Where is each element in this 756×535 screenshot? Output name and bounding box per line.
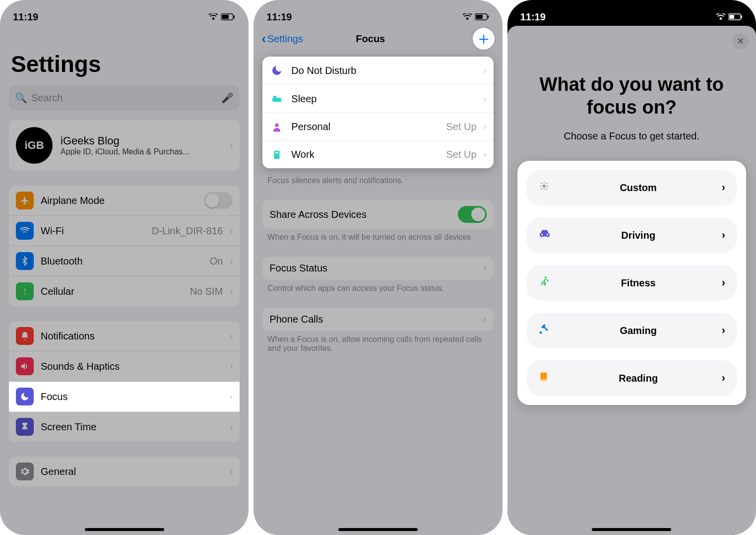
home-indicator[interactable] — [338, 528, 418, 531]
status-bar: 11:19 — [507, 0, 756, 26]
sheet-subtitle: Choose a Focus to get started. — [517, 131, 746, 142]
search-input[interactable]: 🔍 Search 🎤 — [9, 85, 240, 110]
settings-row-cellular[interactable]: CellularNo SIM› — [9, 276, 240, 306]
chevron-right-icon: › — [230, 467, 233, 477]
chevron-right-icon: › — [722, 276, 725, 289]
status-bar: 11:19 — [0, 0, 249, 26]
chevron-right-icon: › — [484, 66, 487, 76]
settings-row-screen-time[interactable]: Screen Time› — [9, 412, 240, 442]
focus-item-personal[interactable]: PersonalSet Up› — [262, 113, 493, 141]
driving-icon — [538, 227, 555, 243]
wifi-icon — [209, 11, 218, 23]
svg-point-14 — [543, 185, 545, 187]
page-title: Settings — [0, 26, 249, 85]
nav-title: Focus — [268, 33, 473, 45]
phone-calls-row[interactable]: Phone Calls› — [262, 308, 493, 331]
chevron-right-icon: › — [230, 286, 233, 297]
row-label: Airplane Mode — [41, 195, 197, 206]
row-label: Cellular — [41, 286, 183, 297]
sleep-icon — [269, 93, 284, 105]
focus-status-row[interactable]: Focus Status› — [262, 257, 493, 280]
wifi-icon — [16, 222, 34, 240]
row-label: General — [41, 466, 223, 477]
settings-screen: 11:19 Settings 🔍 Search 🎤 iGB iGeeks Blo… — [0, 0, 249, 535]
row-label: Bluetooth — [41, 256, 203, 267]
option-label: Driving — [555, 230, 722, 241]
home-indicator[interactable] — [592, 528, 671, 531]
focus-settings-screen: 11:19 ‹Settings Focus ＋ Do Not Disturb›S… — [253, 0, 502, 535]
svg-rect-13 — [741, 15, 742, 18]
chevron-right-icon: › — [484, 263, 487, 273]
chevron-right-icon: › — [484, 94, 487, 104]
status-time: 11:19 — [520, 11, 546, 23]
reading-icon — [538, 371, 555, 386]
svg-rect-6 — [272, 98, 281, 102]
gaming-icon — [538, 323, 555, 338]
focus-option-fitness[interactable]: Fitness› — [526, 265, 737, 301]
apple-id-sub: Apple ID, iCloud, Media & Purchas... — [61, 147, 222, 156]
focus-option-driving[interactable]: Driving› — [526, 217, 737, 253]
svg-point-15 — [545, 276, 547, 278]
svg-rect-2 — [234, 15, 235, 18]
focus-item-value: Set Up — [446, 121, 477, 133]
focus-option-gaming[interactable]: Gaming› — [526, 313, 737, 348]
focus-item-label: Sleep — [291, 93, 476, 105]
chevron-right-icon: › — [230, 331, 233, 341]
close-button[interactable]: ✕ — [732, 33, 749, 50]
toggle[interactable] — [204, 192, 233, 209]
focus-footer: Focus silences alerts and notifications. — [253, 172, 502, 194]
option-label: Reading — [555, 373, 722, 384]
settings-row-wi-fi[interactable]: Wi-FiD-Link_DIR-816› — [9, 216, 240, 246]
status-bar: 11:19 — [253, 0, 502, 26]
chevron-right-icon: › — [484, 122, 487, 132]
chevron-right-icon: › — [230, 422, 233, 432]
settings-row-airplane-mode[interactable]: Airplane Mode — [9, 186, 240, 216]
share-row[interactable]: Share Across Devices — [262, 200, 493, 229]
svg-rect-4 — [476, 15, 483, 19]
row-label: Wi-Fi — [41, 225, 145, 237]
bell-icon — [16, 327, 34, 345]
svg-point-8 — [275, 123, 279, 127]
sheet-title: What do you want to focus on? — [527, 73, 736, 119]
home-indicator[interactable] — [85, 528, 164, 531]
settings-row-sounds-haptics[interactable]: Sounds & Haptics› — [9, 351, 240, 382]
apple-id-row[interactable]: iGB iGeeks Blog Apple ID, iCloud, Media … — [9, 120, 240, 171]
focus-option-custom[interactable]: Custom› — [526, 170, 737, 205]
chevron-right-icon: › — [230, 256, 233, 267]
nav-header: ‹Settings Focus ＋ — [253, 26, 502, 57]
fitness-icon — [538, 275, 555, 290]
chevron-right-icon: › — [230, 361, 233, 372]
focus-item-do-not-disturb[interactable]: Do Not Disturb› — [262, 57, 493, 85]
settings-row-general[interactable]: General› — [9, 457, 240, 486]
row-label: Screen Time — [41, 421, 223, 433]
settings-row-focus[interactable]: Focus› — [9, 382, 240, 412]
focus-item-sleep[interactable]: Sleep› — [262, 85, 493, 113]
chevron-right-icon: › — [484, 149, 487, 160]
custom-icon — [538, 180, 555, 195]
row-label: Focus — [41, 391, 223, 402]
add-button[interactable]: ＋ — [473, 28, 495, 50]
wifi-icon — [716, 11, 725, 23]
avatar: iGB — [16, 127, 53, 164]
apple-id-name: iGeeks Blog — [61, 134, 222, 147]
focus-option-reading[interactable]: Reading› — [526, 360, 737, 396]
settings-row-bluetooth[interactable]: BluetoothOn› — [9, 246, 240, 276]
focus-item-label: Work — [291, 149, 439, 160]
chevron-right-icon: › — [230, 140, 233, 151]
focus-item-work[interactable]: WorkSet Up› — [262, 141, 493, 168]
share-toggle[interactable] — [458, 206, 487, 223]
status-time: 11:19 — [13, 11, 38, 23]
cellular-icon — [16, 282, 34, 300]
hourglass-icon — [16, 418, 34, 436]
chevron-left-icon: ‹ — [261, 31, 266, 47]
search-icon: 🔍 — [15, 92, 27, 104]
mic-icon[interactable]: 🎤 — [221, 92, 234, 104]
gear-icon — [16, 463, 34, 480]
settings-row-notifications[interactable]: Notifications› — [9, 321, 240, 351]
plus-icon: ＋ — [475, 27, 492, 50]
chevron-right-icon: › — [722, 181, 725, 194]
option-label: Custom — [555, 182, 722, 194]
work-icon — [269, 149, 284, 160]
battery-icon — [221, 11, 236, 23]
svg-rect-5 — [488, 15, 489, 18]
